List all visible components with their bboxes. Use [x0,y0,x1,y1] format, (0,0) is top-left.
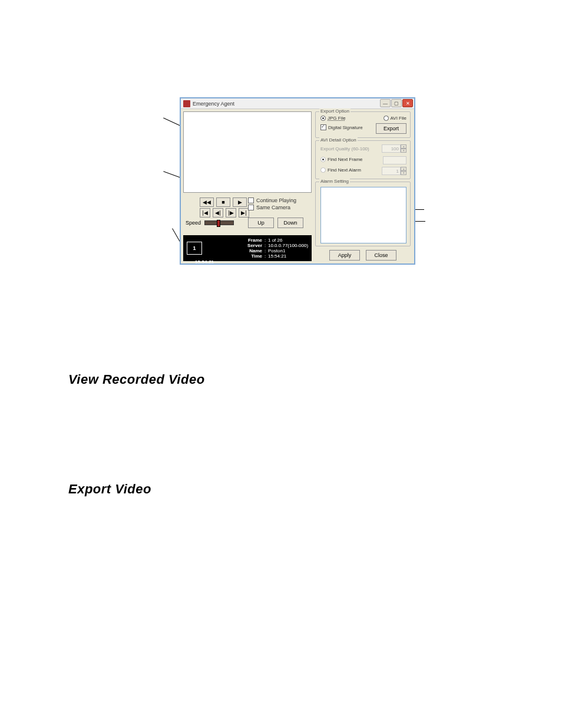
spinner-down-icon: ▾ [401,171,406,175]
export-quality-label: Export Quality (60-100) [320,146,369,151]
channel-box: 1 [187,242,202,255]
export-button[interactable]: Export [376,123,406,134]
find-next-alarm-radio [320,167,326,173]
close-button[interactable]: Close [366,250,396,261]
titlebar[interactable]: Emergency Agent — ▢ ✕ [181,98,414,109]
spinner-down-icon: ▾ [401,149,406,153]
avi-detail-group: AVI Detail Option Export Quality (60-100… [315,140,411,179]
heading-view-recorded-video: View Recorded Video [68,372,205,387]
time-value: 15:54:21 [268,253,286,259]
export-option-legend: Export Option [319,108,351,114]
heading-export-video: Export Video [68,482,151,497]
spinner-up-icon: ▴ [401,167,406,171]
window-title: Emergency Agent [193,101,234,107]
step-forward-button[interactable]: |▶ [226,208,236,218]
server-key: Server [243,243,262,248]
maximize-button[interactable]: ▢ [391,99,402,107]
right-pane: Export Option JPG File AVI File Digital … [315,111,411,263]
channel-time: 15:54:21 [195,259,214,265]
alarm-setting-legend: Alarm Setting [319,179,350,184]
stop-icon: ■ [222,199,224,205]
stop-button[interactable]: ■ [216,197,230,207]
speed-slider[interactable] [204,220,234,225]
server-value: 10.0.0.77(100-000) [268,243,308,248]
apply-button[interactable]: Apply [329,250,360,261]
find-next-frame-radio [320,157,326,162]
video-display-area [183,111,312,193]
find-next-frame-field [383,156,406,164]
alarm-setting-group: Alarm Setting [315,182,411,246]
continue-playing-checkbox[interactable] [248,197,254,203]
spinner-up-icon: ▴ [401,144,406,149]
digital-signature-label: Digital Signature [328,125,363,130]
find-next-alarm-label: Find Next Alarm [328,167,361,173]
down-button[interactable]: Down [277,218,303,228]
minimize-button[interactable]: — [380,99,391,107]
name-value: Poston1 [268,248,285,253]
up-button[interactable]: Up [248,218,274,228]
frame-value: 1 of 26 [268,238,282,243]
info-bar: 1 15:54:21 Frame:1 of 26 Server:10.0.0.7… [183,235,312,261]
jpg-file-radio[interactable] [320,116,326,121]
play-icon: ▶ [238,199,242,205]
playback-panel: ◀◀ ■ ▶ |◀ ◀| |▶ ▶| Continue Playing [183,196,312,233]
avi-file-radio[interactable] [384,116,389,121]
avi-file-label: AVI File [391,116,406,121]
same-camera-checkbox[interactable] [248,205,254,210]
rewind-button[interactable]: ◀◀ [200,197,214,207]
first-frame-button[interactable]: |◀ [200,208,210,218]
export-quality-spinner: 100 [382,144,401,153]
emergency-agent-window: Emergency Agent — ▢ ✕ ◀◀ ■ ▶ |◀ ◀| |▶ ▶| [180,97,415,265]
app-icon [183,100,190,107]
rewind-icon: ◀◀ [203,199,211,205]
digital-signature-checkbox[interactable] [320,124,326,130]
slider-thumb[interactable] [217,220,220,227]
step-back-icon: ◀| [215,210,220,216]
last-icon: ▶| [241,210,246,216]
find-next-alarm-spinner: 1 [382,167,401,175]
avi-detail-legend: AVI Detail Option [319,137,358,143]
name-key: Name [243,248,262,253]
first-icon: |◀ [202,210,207,216]
find-next-frame-label: Find Next Frame [328,157,363,162]
play-button[interactable]: ▶ [233,197,247,207]
jpg-file-label: JPG File [328,116,346,121]
step-fwd-icon: |▶ [228,210,233,216]
alarm-list[interactable] [320,187,406,243]
frame-key: Frame [243,238,262,243]
export-option-group: Export Option JPG File AVI File Digital … [315,111,411,138]
window-close-button[interactable]: ✕ [402,99,413,107]
same-camera-label: Same Camera [256,205,290,210]
speed-label: Speed [186,220,201,226]
time-key: Time [243,253,262,259]
step-back-button[interactable]: ◀| [213,208,223,218]
channel-number: 1 [193,245,196,251]
continue-playing-label: Continue Playing [256,197,296,203]
